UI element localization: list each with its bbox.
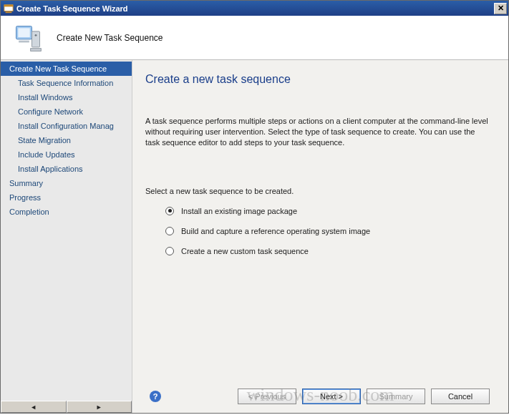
svg-rect-1 xyxy=(4,4,13,6)
nav-item-label: Progress xyxy=(9,193,41,202)
radio-option[interactable]: Install an existing image package xyxy=(165,207,497,215)
radio-icon xyxy=(165,247,174,255)
svg-rect-4 xyxy=(18,28,30,37)
scroll-left-button[interactable]: ◄ xyxy=(1,401,67,413)
app-icon xyxy=(4,4,14,14)
svg-point-6 xyxy=(35,34,37,36)
help-button[interactable]: ? xyxy=(150,391,161,402)
chevron-right-icon: ► xyxy=(96,404,102,411)
radio-icon xyxy=(165,227,174,235)
nav-item[interactable]: State Migration xyxy=(1,133,132,147)
header: Create New Task Sequence xyxy=(1,16,508,60)
previous-button: < Previous xyxy=(238,389,296,404)
nav-list: Create New Task SequenceTask Sequence In… xyxy=(1,60,132,401)
nav-item[interactable]: Task Sequence Information xyxy=(1,76,132,90)
nav-item[interactable]: Install Windows xyxy=(1,90,132,104)
radio-label: Create a new custom task sequence xyxy=(181,247,309,255)
summary-button: Summary xyxy=(367,389,425,404)
sidebar: Create New Task SequenceTask Sequence In… xyxy=(1,60,132,413)
page-description: A task sequence performs multiple steps … xyxy=(145,116,489,148)
nav-item[interactable]: Install Applications xyxy=(1,162,132,176)
scroll-buttons: ◄ ► xyxy=(1,401,132,413)
select-prompt: Select a new task sequence to be created… xyxy=(145,187,497,195)
wizard-window: Create Task Sequence Wizard ✕ Create New… xyxy=(0,0,509,414)
nav-item[interactable]: Completion xyxy=(1,205,132,219)
body: Create New Task SequenceTask Sequence In… xyxy=(1,60,508,413)
nav-item-label: Create New Task Sequence xyxy=(9,64,107,73)
header-title: Create New Task Sequence xyxy=(57,33,163,43)
nav-item[interactable]: Configure Network xyxy=(1,104,132,119)
nav-item-label: Summary xyxy=(9,179,43,187)
titlebar: Create Task Sequence Wizard ✕ xyxy=(1,1,508,16)
nav-item-label: Task Sequence Information xyxy=(18,79,113,87)
nav-item[interactable]: Include Updates xyxy=(1,147,132,162)
close-icon: ✕ xyxy=(498,4,504,13)
nav-item-label: Install Applications xyxy=(18,165,83,173)
nav-item-label: Install Configuration Manag xyxy=(18,122,114,130)
radio-icon xyxy=(165,207,174,215)
page-heading: Create a new task sequence xyxy=(145,73,497,86)
radio-option[interactable]: Build and capture a reference operating … xyxy=(165,227,497,235)
nav-item[interactable]: Install Configuration Manag xyxy=(1,119,132,133)
footer: ? < Previous Next > Summary Cancel xyxy=(145,383,497,413)
nav-item[interactable]: Progress xyxy=(1,190,132,205)
radio-label: Build and capture a reference operating … xyxy=(181,227,370,235)
svg-rect-2 xyxy=(6,11,12,13)
option-group: Install an existing image packageBuild a… xyxy=(165,207,497,267)
svg-rect-8 xyxy=(31,48,42,51)
nav-item-label: Include Updates xyxy=(18,150,75,159)
wizard-icon xyxy=(12,22,44,54)
cancel-button[interactable]: Cancel xyxy=(431,389,490,404)
window-title: Create Task Sequence Wizard xyxy=(16,4,494,13)
radio-option[interactable]: Create a new custom task sequence xyxy=(165,247,497,255)
radio-label: Install an existing image package xyxy=(181,207,297,215)
scroll-right-button[interactable]: ► xyxy=(67,401,132,413)
main-panel: Create a new task sequence A task sequen… xyxy=(132,60,508,413)
nav-item-label: Configure Network xyxy=(18,107,83,116)
next-button[interactable]: Next > xyxy=(302,389,361,404)
nav-item-label: State Migration xyxy=(18,136,71,145)
nav-item[interactable]: Create New Task Sequence xyxy=(1,62,132,76)
nav-item-label: Install Windows xyxy=(18,93,72,102)
chevron-left-icon: ◄ xyxy=(30,404,37,411)
close-button[interactable]: ✕ xyxy=(494,3,507,14)
svg-rect-7 xyxy=(19,40,29,42)
svg-rect-5 xyxy=(32,31,40,47)
nav-item-label: Completion xyxy=(9,207,49,216)
nav-item[interactable]: Summary xyxy=(1,176,132,190)
help-icon: ? xyxy=(153,392,158,401)
